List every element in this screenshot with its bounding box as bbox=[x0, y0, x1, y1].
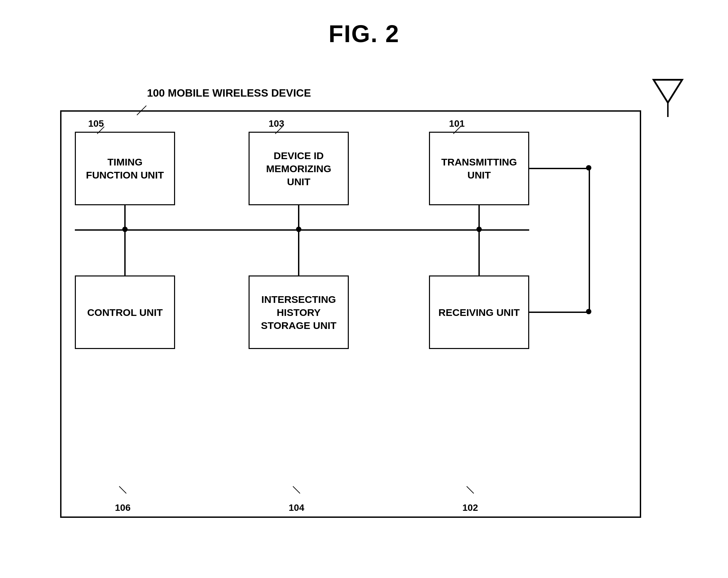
vline-transmitting bbox=[478, 205, 480, 230]
svg-marker-0 bbox=[653, 80, 682, 103]
diagram-container: 100 MOBILE WIRELESS DEVICE 105 103 101 T… bbox=[40, 67, 688, 545]
label-105: 105 bbox=[88, 118, 104, 129]
vline-right bbox=[589, 168, 590, 312]
vline-control bbox=[124, 230, 126, 277]
vline-timing bbox=[124, 205, 126, 230]
hline-receiving bbox=[529, 311, 589, 313]
device-id-unit: DEVICE ID MEMORIZING UNIT bbox=[249, 132, 349, 205]
timing-function-unit: TIMING FUNCTION UNIT bbox=[75, 132, 175, 205]
label-101: 101 bbox=[449, 118, 465, 129]
antenna-icon bbox=[648, 77, 688, 117]
transmitting-unit: TRANSMITTING UNIT bbox=[429, 132, 529, 205]
bus-line bbox=[75, 229, 529, 231]
intersecting-history-unit: INTERSECTING HISTORY STORAGE UNIT bbox=[249, 275, 349, 349]
label-102: 102 bbox=[462, 502, 478, 513]
page-title: FIG. 2 bbox=[0, 0, 728, 48]
device-label: 100 MOBILE WIRELESS DEVICE bbox=[147, 87, 311, 99]
label-104: 104 bbox=[289, 502, 304, 513]
vline-receiving bbox=[478, 230, 480, 277]
receiving-unit: RECEIVING UNIT bbox=[429, 275, 529, 349]
vline-intersecting bbox=[298, 230, 300, 277]
control-unit: CONTROL UNIT bbox=[75, 275, 175, 349]
outer-box: 105 103 101 TIMING FUNCTION UNIT DEVICE … bbox=[60, 110, 641, 518]
hline-transmitting bbox=[529, 168, 589, 169]
vline-device-id bbox=[298, 205, 300, 230]
label-106: 106 bbox=[115, 502, 131, 513]
